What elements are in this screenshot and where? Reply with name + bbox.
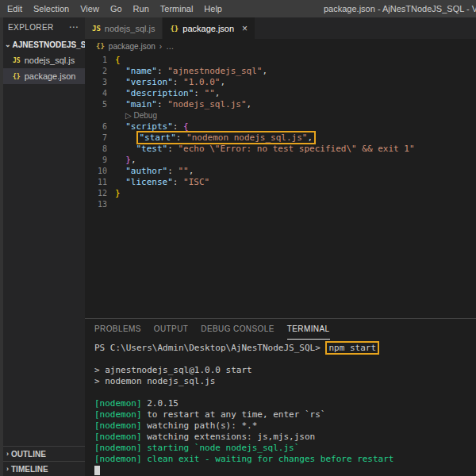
codelens-line: ▷ Debug <box>85 110 476 121</box>
code-token: , <box>189 166 194 176</box>
code-line-13: 13 <box>85 199 476 210</box>
code-token: "author" <box>125 166 167 176</box>
timeline-label: TIMELINE <box>11 465 48 474</box>
outline-label: OUTLINE <box>11 450 46 459</box>
folder-root[interactable]: ⌄ AJNESTNODEJS_SQL <box>3 36 85 52</box>
tab-nodejs-sql-js[interactable]: JSnodejs_sql.js <box>85 17 163 39</box>
vscode-window: EditSelectionViewGoRunTerminalHelp packa… <box>0 0 476 476</box>
code-line-10: 10 "author": "", <box>85 166 476 177</box>
code-line-9: 9 }, <box>85 155 476 166</box>
terminal-token: > ajnestnodejs_sql@1.0.0 start <box>94 365 252 375</box>
code-token: : <box>194 88 204 98</box>
terminal-token: [nodemon] <box>94 398 142 409</box>
panel-tab-output[interactable]: OUTPUT <box>154 319 189 340</box>
tab-package-json[interactable]: {}package.json× <box>163 17 255 39</box>
outline-section[interactable]: › OUTLINE <box>3 446 85 461</box>
line-content: "test": "echo \"Error: no test specified… <box>115 144 415 155</box>
menu-bar: EditSelectionViewGoRunTerminalHelp <box>0 4 228 13</box>
line-number: 2 <box>85 66 115 77</box>
code-token: : <box>176 132 186 143</box>
more-actions-icon[interactable]: ⋯ <box>69 21 79 33</box>
json-file-icon: {} <box>170 25 178 33</box>
panel-tab-debug-console[interactable]: DEBUG CONSOLE <box>201 319 274 340</box>
line-number: 5 <box>85 99 115 110</box>
file-label: nodejs_sql.js <box>25 56 75 65</box>
line-content: "version": "1.0.0", <box>115 77 225 88</box>
menu-terminal[interactable]: Terminal <box>155 4 199 13</box>
folder-name: AJNESTNODEJS_SQL <box>13 40 85 49</box>
code-area[interactable]: 1{2 "name": "ajnestnodejs_sql",3 "versio… <box>85 53 476 318</box>
terminal-token: watching extensions: js,mjs,json <box>142 432 316 442</box>
workbench: EXPLORER ⋯ ⌄ AJNESTNODEJS_SQL JSnodejs_s… <box>0 17 476 476</box>
panel-tab-problems[interactable]: PROBLEMS <box>94 319 141 340</box>
code-token: { <box>183 121 189 132</box>
terminal-line: [nodemon] to restart at any time, enter … <box>94 409 476 420</box>
code-token: "" <box>178 166 188 176</box>
terminal-cursor <box>94 466 100 475</box>
line-content: "author": "", <box>115 166 194 177</box>
file-label: package.json <box>25 71 76 81</box>
line-content: }, <box>115 155 136 166</box>
code-token: : <box>173 177 183 187</box>
code-line-12: 12} <box>85 188 476 199</box>
tab-label: nodejs_sql.js <box>105 24 155 33</box>
menu-edit[interactable]: Edit <box>2 4 28 13</box>
chevron-down-icon: ⌄ <box>5 40 11 48</box>
chevron-right-icon: › <box>6 465 9 473</box>
code-token: "ajnestnodejs_sql" <box>167 66 262 76</box>
code-line-1: 1{ <box>85 55 476 66</box>
file-item-package-json[interactable]: {}package.json <box>3 68 85 84</box>
code-token: "1.0.0" <box>183 77 220 87</box>
json-file-icon: {} <box>96 42 105 50</box>
terminal-output[interactable]: PS C:\Users\Admin\Desktop\AjNesTNodeJS_S… <box>85 340 476 476</box>
file-item-nodejs-sql-js[interactable]: JSnodejs_sql.js <box>3 52 85 68</box>
terminal-token: to restart at any time, enter `rs` <box>142 409 326 420</box>
code-token: "description" <box>125 88 194 98</box>
terminal-token: [nodemon] <box>94 420 142 431</box>
line-content: "main": "nodejs_sql.js", <box>115 99 251 110</box>
breadcrumb-file[interactable]: package.json <box>109 42 155 51</box>
js-file-icon: JS <box>13 57 21 64</box>
code-line-3: 3 "version": "1.0.0", <box>85 77 476 88</box>
code-token: "main" <box>125 99 157 109</box>
code-token: : <box>173 121 183 132</box>
terminal-token: PS C:\Users\Admin\Desktop\AjNesTNodeJS_S… <box>94 343 325 353</box>
code-line-2: 2 "name": "ajnestnodejs_sql", <box>85 66 476 77</box>
timeline-section[interactable]: › TIMELINE <box>3 461 85 476</box>
code-token: : <box>157 99 167 109</box>
line-number: 13 <box>85 199 115 210</box>
explorer-header: EXPLORER ⋯ <box>3 17 85 36</box>
editor-area: JSnodejs_sql.js{}package.json× {} packag… <box>85 17 476 476</box>
terminal-token: [nodemon] <box>94 409 142 420</box>
terminal-line <box>94 387 476 398</box>
menu-help[interactable]: Help <box>198 4 228 13</box>
code-line-8: 8 "test": "echo \"Error: no test specifi… <box>85 144 476 155</box>
line-number: 11 <box>85 177 115 188</box>
menu-selection[interactable]: Selection <box>28 4 75 13</box>
panel-tab-terminal[interactable]: TERMINAL <box>287 319 330 340</box>
code-token: } <box>125 155 131 165</box>
menu-run[interactable]: Run <box>128 4 155 13</box>
code-token: , <box>215 88 221 98</box>
terminal-panel: PROBLEMSOUTPUTDEBUG CONSOLETERMINAL PS C… <box>85 318 476 476</box>
tab-label: package.json <box>182 24 234 33</box>
code-token: "start" <box>140 132 176 143</box>
window-title: package.json - AjNesTNodeJS_SQL - Visual… <box>324 4 476 13</box>
terminal-token: 2.0.15 <box>142 398 178 409</box>
line-content: { <box>115 55 121 66</box>
line-number: 6 <box>85 121 115 132</box>
code-token: : <box>167 166 178 176</box>
code-line-5: 5 "main": "nodejs_sql.js", <box>85 99 476 110</box>
code-token: , <box>307 132 313 143</box>
debug-codelens[interactable]: ▷ Debug <box>125 110 157 121</box>
breadcrumb-more[interactable]: … <box>166 42 174 51</box>
breadcrumb[interactable]: {} package.json › … <box>85 39 476 53</box>
code-token: : <box>167 144 178 154</box>
menu-view[interactable]: View <box>75 4 105 13</box>
breadcrumb-separator: › <box>159 42 162 51</box>
terminal-line: [nodemon] watching extensions: js,mjs,js… <box>94 432 476 443</box>
explorer-title: EXPLORER <box>8 23 54 32</box>
menu-go[interactable]: Go <box>105 4 128 13</box>
line-content: } <box>115 188 121 199</box>
close-icon[interactable]: × <box>242 23 248 34</box>
